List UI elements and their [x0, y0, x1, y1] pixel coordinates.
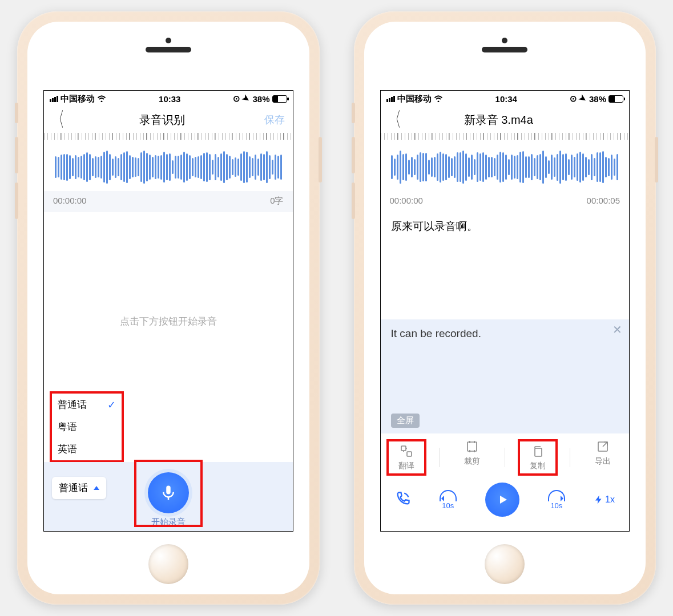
lang-label: 英语	[58, 443, 77, 456]
timeline-ruler	[44, 133, 293, 140]
trim-icon	[465, 439, 479, 454]
wifi-icon	[434, 94, 443, 104]
copy-button[interactable]: 复制	[518, 439, 558, 476]
tool-label: 翻译	[398, 461, 414, 470]
separator	[439, 448, 440, 467]
carrier-label: 中国移动	[397, 94, 432, 104]
front-camera	[502, 38, 507, 43]
separator	[505, 448, 505, 467]
phone-right: 中国移动 10:34 ⊙ ➤ 38% 〈 新录音 3.m4a 保存	[354, 11, 656, 605]
elapsed-time: 00:00:00	[53, 196, 86, 206]
back-button[interactable]: 〈	[389, 106, 401, 133]
char-count: 0字	[270, 196, 283, 206]
speed-label: 1x	[605, 495, 615, 505]
volume-down	[15, 183, 18, 219]
jump-label: 10s	[550, 501, 562, 510]
playback-row: 10s 10s 1x	[381, 479, 630, 522]
tool-label: 导出	[595, 456, 611, 465]
lang-label: 粤语	[58, 420, 77, 433]
selected-language: 普通话	[59, 481, 88, 495]
translate-button[interactable]: 翻译	[386, 439, 426, 476]
back-button[interactable]: 〈	[52, 106, 65, 133]
language-selector[interactable]: 普通话	[52, 477, 106, 499]
battery-percent: 38%	[589, 94, 606, 104]
signal-icon	[50, 96, 58, 102]
lang-label: 普通话	[58, 398, 87, 411]
save-button[interactable]: 保存	[260, 113, 285, 127]
lang-option-english[interactable]: 英语	[52, 438, 122, 460]
fullscreen-button[interactable]: 全屏	[391, 414, 420, 428]
location-icon: ➤	[240, 92, 252, 105]
clock-label: 10:34	[495, 94, 517, 104]
wifi-icon	[97, 94, 106, 104]
copy-icon	[530, 444, 545, 459]
language-popup: 普通话 ✓ 粤语 英语	[50, 391, 124, 463]
svg-rect-3	[535, 448, 542, 456]
lang-option-cantonese[interactable]: 粤语	[52, 416, 122, 438]
rewind-10s-button[interactable]: 10s	[440, 490, 457, 510]
power-button	[319, 137, 322, 183]
translation-pane: ✕ It can be recorded. 全屏	[381, 319, 630, 433]
play-button[interactable]	[485, 483, 519, 517]
speed-button[interactable]: 1x	[594, 495, 615, 505]
alarm-icon: ⊙	[233, 94, 240, 104]
lightning-icon	[594, 495, 604, 505]
front-camera	[166, 38, 171, 43]
location-icon: ➤	[577, 92, 589, 105]
tool-row: 翻译 裁剪 复制	[381, 433, 630, 479]
content-area: 点击下方按钮开始录音 普通话 ✓ 粤语 英语	[44, 212, 293, 531]
highlight-box-mic	[134, 460, 203, 527]
mute-switch	[352, 103, 355, 123]
time-row: 00:00:00 0字	[44, 191, 293, 212]
signal-icon	[386, 96, 395, 102]
transcript-text: 原来可以录音啊。	[381, 211, 630, 319]
battery-percent: 38%	[252, 94, 269, 104]
battery-icon	[608, 95, 623, 103]
caret-up-icon	[94, 486, 99, 490]
timeline-ruler[interactable]	[381, 133, 630, 140]
content-area: 原来可以录音啊。 ✕ It can be recorded. 全屏 翻译	[381, 211, 630, 531]
power-button	[655, 137, 658, 183]
trim-button[interactable]: 裁剪	[452, 439, 492, 476]
carrier-label: 中国移动	[61, 94, 95, 104]
screen-right: 中国移动 10:34 ⊙ ➤ 38% 〈 新录音 3.m4a 保存	[380, 90, 630, 532]
volume-up	[15, 137, 18, 173]
alarm-icon: ⊙	[570, 94, 577, 104]
play-icon	[495, 493, 509, 506]
svg-rect-2	[468, 442, 477, 451]
waveform	[44, 140, 293, 191]
clock-label: 10:33	[159, 94, 180, 104]
waveform	[381, 140, 630, 191]
bottom-controls: 普通话 开始录音	[44, 462, 293, 531]
close-button[interactable]: ✕	[612, 323, 622, 337]
hint-text: 点击下方按钮开始录音	[44, 315, 293, 328]
tool-label: 复制	[530, 461, 546, 470]
volume-up	[352, 137, 355, 173]
export-button[interactable]: 导出	[583, 439, 623, 476]
volume-down	[352, 183, 355, 219]
check-icon: ✓	[107, 399, 116, 411]
translate-icon	[399, 444, 414, 459]
receiver-button[interactable]	[395, 491, 411, 509]
page-title: 新录音 3.m4a	[401, 112, 597, 128]
earpiece-speaker	[482, 47, 527, 52]
mute-switch	[15, 103, 18, 123]
export-icon	[595, 439, 610, 454]
earpiece-speaker	[146, 47, 191, 52]
home-button[interactable]	[485, 544, 525, 584]
jump-label: 10s	[442, 501, 454, 510]
home-button[interactable]	[148, 544, 188, 584]
screen-left: 中国移动 10:33 ⊙ ➤ 38% 〈 录音识别 保存	[43, 90, 293, 532]
status-bar: 中国移动 10:34 ⊙ ➤ 38%	[381, 91, 630, 107]
svg-rect-0	[401, 446, 406, 451]
phone-left: 中国移动 10:33 ⊙ ➤ 38% 〈 录音识别 保存	[17, 11, 320, 605]
tool-label: 裁剪	[464, 456, 480, 465]
forward-10s-button[interactable]: 10s	[548, 490, 565, 510]
nav-bar: 〈 新录音 3.m4a 保存	[381, 107, 630, 133]
status-bar: 中国移动 10:33 ⊙ ➤ 38%	[44, 91, 293, 107]
total-time: 00:00:05	[587, 196, 620, 205]
separator	[570, 448, 570, 467]
lang-option-mandarin[interactable]: 普通话 ✓	[52, 394, 122, 416]
page-title: 录音识别	[65, 112, 260, 128]
translation-text: It can be recorded.	[391, 327, 619, 340]
